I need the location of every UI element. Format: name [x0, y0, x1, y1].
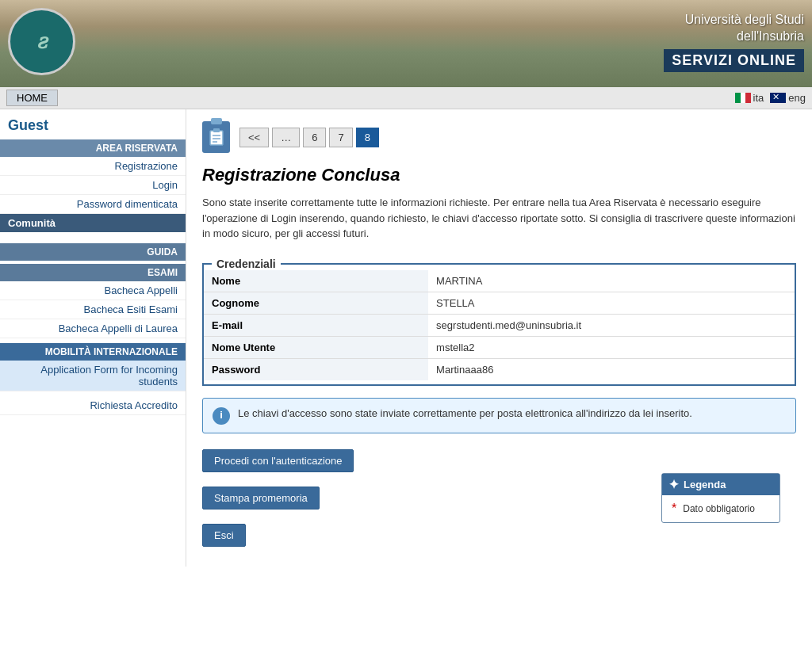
lang-ita-button[interactable]: ita: [735, 92, 764, 104]
flag-italy: [735, 93, 751, 103]
registration-description: Sono state inserite correttamente tutte …: [202, 195, 796, 242]
credenziali-legend: Credenziali: [212, 258, 281, 270]
table-row: E-mail segrstudenti.med@uninsubria.it: [204, 314, 795, 336]
info-message-text: Le chiavi d'accesso sono state inviate c…: [238, 406, 692, 421]
university-logo: ƨ: [8, 8, 75, 75]
sidebar-guest-label: Guest: [0, 109, 186, 138]
legend-dato-obbligatorio: Dato obbligatorio: [683, 503, 755, 514]
sidebar-section-guida: GUIDA: [0, 243, 186, 261]
nome-label: Nome: [204, 270, 428, 292]
cognome-value: STELLA: [428, 292, 795, 314]
header-title-block: Università degli Studi dell'Insubria SER…: [664, 12, 804, 72]
esci-button[interactable]: Esci: [202, 524, 246, 547]
legend-star-icon: ✦: [668, 477, 679, 492]
table-row: Nome Utente mstella2: [204, 336, 795, 358]
sidebar-item-login[interactable]: Login: [0, 176, 186, 195]
sidebar-item-richiesta-accredito[interactable]: Richiesta Accredito: [0, 396, 186, 415]
flag-uk: [770, 93, 786, 103]
content-area: << … 6 7 8 Registrazione Conclusa Sono s…: [186, 109, 812, 567]
sidebar-item-password[interactable]: Password dimenticata: [0, 195, 186, 214]
legend-item-obbligatorio: * Dato obbligatorio: [672, 502, 770, 516]
sidebar-item-bacheca-appelli[interactable]: Bacheca Appelli: [0, 281, 186, 300]
cognome-label: Cognome: [204, 292, 428, 314]
credentials-table: Nome MARTINA Cognome STELLA E-mail segrs…: [204, 270, 795, 380]
home-button[interactable]: HOME: [6, 90, 58, 106]
nome-utente-value: mstella2: [428, 336, 795, 358]
nome-utente-label: Nome Utente: [204, 336, 428, 358]
required-star-icon: *: [672, 502, 676, 516]
university-name: Università degli Studi dell'Insubria: [664, 12, 804, 45]
registration-title: Registrazione Conclusa: [202, 165, 796, 185]
step-8-button[interactable]: 8: [356, 128, 379, 147]
nome-value: MARTINA: [428, 270, 795, 292]
sidebar-section-esami: ESAMI: [0, 264, 186, 281]
info-message-box: i Le chiavi d'accesso sono state inviate…: [202, 398, 796, 433]
legend-title: Legenda: [684, 479, 726, 490]
table-row: Cognome STELLA: [204, 292, 795, 314]
password-value: Martinaaa86: [428, 358, 795, 380]
clipboard-icon: [202, 121, 230, 153]
table-row: Password Martinaaa86: [204, 358, 795, 380]
info-icon: i: [213, 407, 230, 425]
sidebar-comunita[interactable]: Comunità: [0, 214, 186, 232]
sidebar-section-area-riservata: AREA RISERVATA: [0, 139, 186, 157]
main-layout: Guest AREA RISERVATA Registrazione Login…: [0, 109, 812, 567]
step-ellipsis-button[interactable]: …: [272, 128, 300, 147]
step-6-button[interactable]: 6: [303, 128, 326, 147]
stampa-button[interactable]: Stampa promemoria: [202, 487, 320, 510]
sidebar: Guest AREA RISERVATA Registrazione Login…: [0, 109, 186, 567]
sidebar-section-mobilita: MOBILITÀ INTERNAZIONALE: [0, 343, 186, 361]
sidebar-item-app-form[interactable]: Application Form for Incoming students: [0, 361, 186, 391]
legend-box: ✦ Legenda * Dato obbligatorio: [661, 473, 780, 523]
sidebar-item-bacheca-laurea[interactable]: Bacheca Appelli di Laurea: [0, 319, 186, 338]
step-7-button[interactable]: 7: [329, 128, 352, 147]
email-label: E-mail: [204, 314, 428, 336]
lang-eng-button[interactable]: eng: [770, 92, 806, 104]
sidebar-item-registrazione[interactable]: Registrazione: [0, 157, 186, 176]
step-navigation: << … 6 7 8: [202, 121, 796, 153]
email-value: segrstudenti.med@uninsubria.it: [428, 314, 795, 336]
header: ƨ Università degli Studi dell'Insubria S…: [0, 0, 812, 87]
legend-header: ✦ Legenda: [662, 474, 779, 495]
sidebar-item-bacheca-esiti[interactable]: Bacheca Esiti Esami: [0, 300, 186, 319]
servizi-online-label: SERVIZI ONLINE: [664, 49, 804, 72]
credenziali-section: Credenziali Nome MARTINA Cognome STELLA …: [202, 258, 796, 386]
table-row: Nome MARTINA: [204, 270, 795, 292]
password-label: Password: [204, 358, 428, 380]
step-back-back-button[interactable]: <<: [239, 128, 269, 147]
bottom-section: Procedi con l'autenticazione Stampa prom…: [202, 449, 796, 555]
procedi-button[interactable]: Procedi con l'autenticazione: [202, 449, 354, 472]
svg-rect-0: [210, 131, 223, 145]
svg-rect-1: [213, 128, 220, 132]
language-switcher: ita eng: [735, 92, 806, 104]
navbar: HOME ita eng: [0, 87, 812, 109]
